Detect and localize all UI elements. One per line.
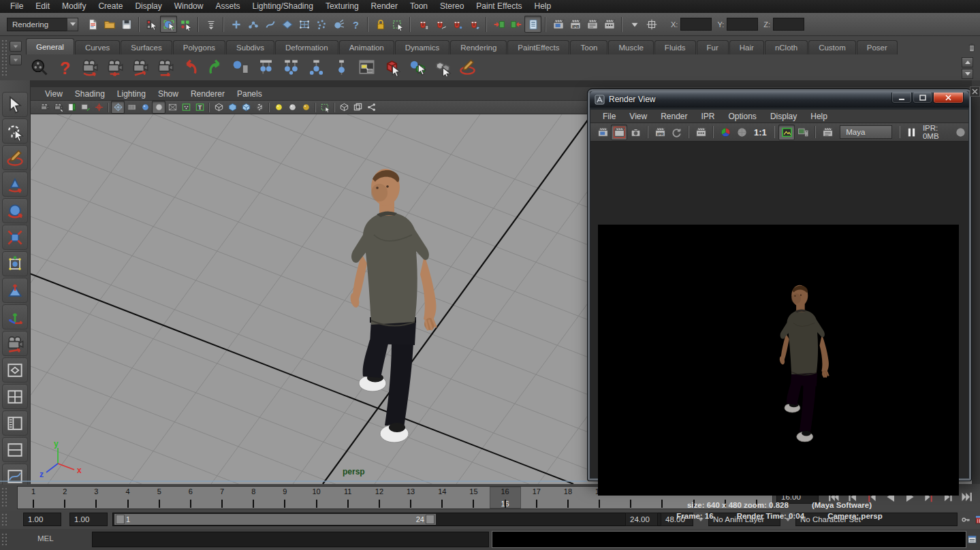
remove-image-icon[interactable] xyxy=(795,125,811,140)
shelf-tab-toggle-button[interactable] xyxy=(10,41,22,52)
hierarchy-input-icon[interactable] xyxy=(279,55,303,79)
render-view-menu-ipr[interactable]: IPR xyxy=(695,112,722,121)
menu-item-edit[interactable]: Edit xyxy=(29,0,56,13)
render-frame-icon[interactable] xyxy=(550,16,567,33)
renderer-select[interactable]: Maya Software xyxy=(840,125,891,139)
split-pane-layout-icon[interactable] xyxy=(2,437,28,462)
render-settings-icon[interactable] xyxy=(584,16,601,33)
mask-misc-icon[interactable]: ? xyxy=(347,16,364,33)
snapshot-icon[interactable] xyxy=(627,125,644,140)
render-view-menu-file[interactable]: File xyxy=(596,112,622,121)
shelf-tab-ncloth[interactable]: nCloth xyxy=(765,40,808,54)
menu-item-window[interactable]: Window xyxy=(168,0,210,13)
keep-image-icon[interactable] xyxy=(778,125,795,140)
lasso-tool-icon[interactable] xyxy=(2,118,28,144)
render-view-menu-view[interactable]: View xyxy=(622,112,654,121)
persp-outliner-layout-icon[interactable] xyxy=(2,410,28,436)
render-settings-small-icon[interactable] xyxy=(819,125,836,140)
camera-dolly-icon[interactable] xyxy=(128,55,152,79)
shelf-scroll-down-button[interactable] xyxy=(962,69,973,79)
lock-selection-icon[interactable] xyxy=(372,16,389,33)
menu-item-render[interactable]: Render xyxy=(365,0,404,13)
alpha-channel-icon[interactable] xyxy=(733,125,750,140)
mask-handles-icon[interactable] xyxy=(227,16,244,33)
timeline-grip[interactable] xyxy=(1,487,7,508)
wireframe-icon[interactable] xyxy=(111,101,125,114)
light-default-icon[interactable] xyxy=(285,101,299,114)
render-view-menu-options[interactable]: Options xyxy=(722,112,763,121)
render-view-window[interactable]: Render View FileViewRenderIPROptionsDisp… xyxy=(587,88,972,481)
select-tool-icon[interactable] xyxy=(2,92,28,117)
zoom-ratio-label[interactable]: 1:1 xyxy=(754,127,767,138)
mask-deformations-icon[interactable] xyxy=(296,16,313,33)
select-object-icon[interactable] xyxy=(160,16,177,33)
close-button[interactable] xyxy=(933,93,964,103)
menu-item-paint-effects[interactable]: Paint Effects xyxy=(470,0,528,13)
zoom-region-icon[interactable] xyxy=(92,101,106,114)
resolution-gate-icon[interactable] xyxy=(138,101,152,114)
shelf-tab-muscle[interactable]: Muscle xyxy=(608,40,653,54)
render-current-icon[interactable] xyxy=(595,125,611,140)
shaded-display-icon[interactable] xyxy=(152,101,165,114)
shelf-tab-dynamics[interactable]: Dynamics xyxy=(395,40,449,54)
vertex-display-icon[interactable] xyxy=(179,101,193,114)
xray-display-icon[interactable] xyxy=(165,101,179,114)
rgb-channels-icon[interactable] xyxy=(717,125,733,140)
shelf-tab-custom[interactable]: Custom xyxy=(808,40,856,54)
render-view-menu-display[interactable]: Display xyxy=(763,112,804,121)
command-line-grip[interactable] xyxy=(1,533,7,547)
command-language-label[interactable]: MEL xyxy=(37,534,54,543)
menuset-value[interactable]: Rendering xyxy=(7,18,67,31)
render-globals-icon[interactable] xyxy=(27,55,51,79)
menu-item-stereo[interactable]: Stereo xyxy=(434,0,470,13)
minimize-button[interactable] xyxy=(891,93,912,103)
redo-icon[interactable] xyxy=(204,55,227,79)
redo-render-icon[interactable] xyxy=(611,125,627,140)
render-sequence-icon[interactable] xyxy=(601,16,618,33)
show-manipulator-icon[interactable] xyxy=(2,304,28,329)
save-scene-icon[interactable] xyxy=(118,16,135,33)
mask-rendering-icon[interactable] xyxy=(330,16,347,33)
input-connections-icon[interactable] xyxy=(490,16,507,33)
panel-menu-panels[interactable]: Panels xyxy=(231,89,268,99)
render-view-title-bar[interactable]: Render View xyxy=(590,91,969,108)
flat-shade-icon[interactable] xyxy=(239,101,253,114)
snap-grid-icon[interactable] xyxy=(414,16,431,33)
isolate-select-icon[interactable] xyxy=(318,101,332,114)
camera-orbit-icon[interactable] xyxy=(78,55,101,79)
convert-geometry-icon[interactable] xyxy=(430,55,454,79)
scale-tool-icon[interactable] xyxy=(2,225,28,250)
snap-mode-icon[interactable] xyxy=(202,16,219,33)
hierarchy-output-icon[interactable] xyxy=(304,55,328,79)
menu-item-toon[interactable]: Toon xyxy=(404,0,434,13)
paint-select-tool-icon[interactable] xyxy=(2,145,28,170)
camera-settings-icon[interactable] xyxy=(37,101,51,114)
playback-start-field[interactable] xyxy=(69,513,108,526)
four-pane-layout-icon[interactable] xyxy=(2,384,28,409)
menu-item-file[interactable]: File xyxy=(4,0,29,13)
region-render-icon[interactable] xyxy=(693,125,709,140)
shelf-tab-hair[interactable]: Hair xyxy=(729,40,764,54)
snap-plane-icon[interactable] xyxy=(465,16,482,33)
share-view-icon[interactable] xyxy=(364,101,378,114)
menu-item-texturing[interactable]: Texturing xyxy=(319,0,365,13)
rotate-tool-icon[interactable] xyxy=(2,198,28,223)
script-editor-icon[interactable] xyxy=(965,533,979,546)
film-gate-icon[interactable] xyxy=(125,101,138,114)
select-template-icon[interactable] xyxy=(380,55,404,79)
image-plane-icon[interactable] xyxy=(78,101,92,114)
output-connections-icon[interactable] xyxy=(507,16,524,33)
pause-ipr-icon[interactable] xyxy=(904,125,920,140)
smooth-shade-icon[interactable] xyxy=(225,101,239,114)
open-scene-icon[interactable] xyxy=(101,16,118,33)
range-slider-bar[interactable]: 1 24 xyxy=(114,514,436,525)
hierarchy-scene-icon[interactable] xyxy=(254,55,278,79)
mask-joints-icon[interactable] xyxy=(244,16,262,33)
universal-manipulator-icon[interactable] xyxy=(2,251,28,276)
undo-icon[interactable] xyxy=(178,55,202,79)
snap-dropdown-icon[interactable] xyxy=(626,16,643,33)
menu-item-modify[interactable]: Modify xyxy=(56,0,92,13)
command-input[interactable] xyxy=(92,532,489,547)
menu-item-display[interactable]: Display xyxy=(129,0,168,13)
last-tool-icon[interactable] xyxy=(2,331,28,356)
